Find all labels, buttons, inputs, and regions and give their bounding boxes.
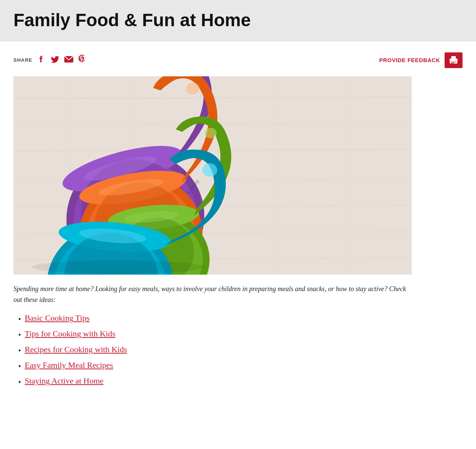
link-basic-cooking-tips[interactable]: Basic Cooking Tips bbox=[25, 313, 90, 323]
hero-image: 1/4 Cup bbox=[13, 76, 412, 275]
main-content: SHARE bbox=[0, 41, 476, 408]
page-title: Family Food & Fun at Home bbox=[13, 10, 463, 30]
feedback-section: PROVIDE FEEDBACK bbox=[379, 52, 463, 68]
list-item: Tips for Cooking with Kids bbox=[25, 330, 463, 338]
provide-feedback-link[interactable]: PROVIDE FEEDBACK bbox=[379, 57, 440, 63]
facebook-share-button[interactable] bbox=[38, 55, 46, 65]
link-easy-family-meal[interactable]: Easy Family Meal Recipes bbox=[25, 360, 113, 370]
intro-text: Spending more time at home? Looking for … bbox=[13, 284, 412, 305]
link-tips-cooking-kids[interactable]: Tips for Cooking with Kids bbox=[25, 329, 115, 338]
pinterest-share-button[interactable] bbox=[78, 54, 86, 66]
link-recipes-cooking-kids[interactable]: Recipes for Cooking with Kids bbox=[25, 345, 127, 354]
svg-rect-6 bbox=[450, 59, 457, 61]
svg-rect-3 bbox=[451, 62, 456, 62]
twitter-share-button[interactable] bbox=[50, 55, 59, 65]
share-label: SHARE bbox=[13, 57, 33, 63]
list-item: Recipes for Cooking with Kids bbox=[25, 345, 463, 354]
page-header: Family Food & Fun at Home bbox=[0, 0, 476, 41]
share-section: SHARE bbox=[13, 54, 86, 66]
toolbar: SHARE bbox=[13, 52, 463, 68]
link-staying-active[interactable]: Staying Active at Home bbox=[25, 376, 104, 385]
email-share-button[interactable] bbox=[64, 55, 74, 65]
list-item: Basic Cooking Tips bbox=[25, 314, 463, 322]
list-item: Staying Active at Home bbox=[25, 377, 463, 385]
svg-rect-4 bbox=[451, 63, 454, 64]
links-list: Basic Cooking Tips Tips for Cooking with… bbox=[13, 314, 463, 385]
svg-point-45 bbox=[32, 260, 204, 274]
print-button[interactable] bbox=[445, 52, 463, 68]
share-icons bbox=[38, 54, 86, 66]
list-item: Easy Family Meal Recipes bbox=[25, 361, 463, 369]
